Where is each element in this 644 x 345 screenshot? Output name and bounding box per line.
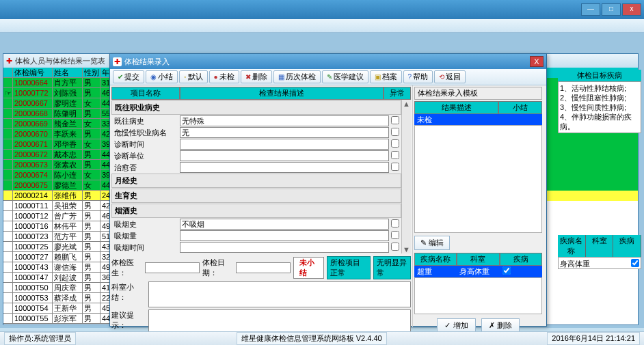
dis-row-chk[interactable]	[500, 266, 542, 277]
minimize-button[interactable]: —	[581, 3, 600, 16]
target-diseases-header: 体检目标疾病	[558, 70, 641, 81]
maximize-button[interactable]: □	[602, 3, 621, 16]
entry-window-titlebar[interactable]: ✚ 体检结果录入 X	[110, 54, 546, 69]
toolbar-医学建议[interactable]: ✎医学建议	[322, 70, 368, 83]
date-input[interactable]	[236, 262, 291, 273]
tmpl-selected-row[interactable]: 未检	[414, 114, 542, 125]
toolbar-档案[interactable]: ▣档案	[370, 70, 402, 83]
add-button[interactable]: ✓ 增加	[437, 318, 475, 333]
summary-textarea[interactable]	[148, 281, 411, 307]
disease-list-area[interactable]	[414, 277, 542, 314]
target-diseases-panel: 体检目标疾病 1、活动性肺结核病;2、慢性阻塞性肺病;3、慢性间质性肺病;4、伴…	[558, 70, 641, 133]
abnormal-check[interactable]	[391, 128, 399, 136]
medical-icon: ✚	[6, 57, 12, 66]
delete-button[interactable]: ✗ 删除	[481, 318, 520, 333]
workspace: ✚ 体检人员与体检结果一览表 体检编号 姓名 性别 年龄 10000664肖方平…	[0, 33, 644, 328]
field-row: 吸烟史	[111, 219, 401, 230]
toolbar-历次体检[interactable]: ▦历次体检	[273, 70, 321, 83]
field-input[interactable]	[180, 230, 389, 241]
template-pane: 体检结果录入模板 结果描述 小结 未检 ✎ 编辑 疾病名称 科室 疾病 超重 身…	[412, 85, 544, 327]
edit-button[interactable]: ✎ 编辑	[414, 236, 450, 250]
field-row: 吸烟量	[111, 230, 401, 241]
entry-toolbar: ✔提交◉小结◦默认●未检✖删除▦历次体检✎医学建议▣档案?帮助⟲返回	[110, 69, 546, 85]
subhead-col1: 项目名称	[111, 87, 180, 100]
suggest-label: 建议提示：	[111, 309, 148, 331]
right-disease-grid: 疾病名称 科室 疾病 身高体重	[558, 235, 641, 269]
field-label: 危慢性职业病名	[111, 128, 180, 138]
field-row: 诊断时间	[111, 139, 401, 150]
field-label: 诊断时间	[111, 139, 180, 150]
field-row: 诊断单位	[111, 150, 401, 161]
close-button[interactable]: x	[622, 3, 641, 16]
field-input[interactable]	[180, 150, 389, 161]
subhead-col3: 异常	[384, 87, 411, 100]
section-smoke-drink[interactable]: 烟酒史	[111, 204, 401, 218]
rs-col-a: 疾病名称	[558, 235, 586, 257]
field-row: 吸烟时间	[111, 242, 401, 253]
medical-icon: ✚	[113, 57, 122, 66]
field-input[interactable]	[180, 115, 389, 126]
col-id: 体检编号	[13, 68, 53, 78]
col-name: 姓名	[53, 68, 83, 78]
toolbar-默认[interactable]: ◦默认	[179, 70, 208, 83]
field-label: 吸烟史	[111, 219, 180, 230]
btn-no-abnormal[interactable]: 无明显异常	[373, 256, 411, 279]
dis-col-name: 疾病名称	[414, 253, 457, 266]
dis-row-name: 超重	[414, 266, 457, 277]
toolbar-未检[interactable]: ●未检	[209, 70, 239, 83]
toolbar-删除[interactable]: ✖删除	[241, 70, 272, 83]
field-row: 既往病史	[111, 115, 401, 126]
dis-col-dept: 科室	[457, 253, 499, 266]
doctor-input[interactable]	[145, 262, 200, 273]
btn-all-normal[interactable]: 所检项目正常	[327, 256, 371, 279]
field-input[interactable]	[180, 162, 389, 173]
section-birth[interactable]: 生育史	[111, 189, 401, 203]
field-row: 治愈否	[111, 162, 401, 173]
target-diseases-body: 1、活动性肺结核病;2、慢性阻塞性肺病;3、慢性间质性肺病;4、伴肺功能损害的疾…	[558, 81, 641, 133]
list-window-title-text: 体检人员与体检结果一览表	[15, 56, 105, 66]
status-datetime: 2016年6月14日 21:14:21	[547, 332, 640, 345]
field-input[interactable]	[180, 139, 389, 150]
entry-window-title: 体检结果录入	[124, 57, 170, 67]
abnormal-check[interactable]	[391, 163, 399, 171]
dis-col-flag: 疾病	[500, 253, 542, 266]
subheader: 项目名称 检查结果描述 异常	[111, 87, 411, 100]
abnormal-check[interactable]	[391, 139, 399, 148]
toolbar-帮助[interactable]: ?帮助	[403, 70, 433, 83]
col-sex: 性别	[83, 68, 100, 78]
section-prev-occ-history[interactable]: 既往职业病史	[111, 100, 401, 115]
tmpl-list-area[interactable]	[414, 125, 542, 233]
tmpl-col-summary: 小结	[498, 101, 542, 114]
abnormal-check[interactable]	[391, 231, 399, 239]
rs-row-check[interactable]	[631, 259, 639, 267]
field-row: 危慢性职业病名	[111, 127, 401, 138]
toolbar-小结[interactable]: ◉小结	[146, 70, 178, 83]
field-label: 吸烟时间	[111, 243, 180, 253]
abnormal-check[interactable]	[391, 243, 399, 251]
dis-row-dept: 身高体重	[457, 266, 499, 277]
field-input[interactable]	[180, 242, 389, 253]
field-label: 既往病史	[111, 116, 180, 126]
tmpl-col-result: 结果描述	[414, 101, 498, 114]
status-version: 维星健康体检信息管理系统网络板 V2.4.40	[237, 332, 387, 345]
field-input[interactable]	[180, 127, 389, 138]
toolbar-提交[interactable]: ✔提交	[113, 70, 144, 83]
menubar[interactable]	[0, 19, 644, 33]
scrollbar[interactable]: ▲▼	[401, 100, 411, 253]
entry-window: ✚ 体检结果录入 X ✔提交◉小结◦默认●未检✖删除▦历次体检✎医学建议▣档案?…	[109, 53, 547, 327]
field-input[interactable]	[180, 219, 389, 230]
entry-close-button[interactable]: X	[530, 56, 544, 67]
status-badge: 未小结	[293, 257, 324, 279]
entry-left-pane: 项目名称 检查结果描述 异常 既往职业病史 既往病史危慢性职业病名诊断时间诊断单…	[110, 85, 412, 327]
toolbar-返回[interactable]: ⟲返回	[434, 70, 466, 83]
bottom-block: 体检医生： 体检日期： 未小结 所检项目正常 无明显异常 科室小结： 建议提示：	[111, 256, 411, 335]
disease-row[interactable]: 超重 身高体重	[414, 266, 542, 277]
doctor-label: 体检医生：	[111, 258, 142, 278]
abnormal-check[interactable]	[391, 151, 399, 159]
abnormal-check[interactable]	[391, 219, 399, 227]
abnormal-check[interactable]	[391, 116, 399, 124]
rs-row-b: 身高体重	[560, 259, 590, 267]
rs-col-b: 科室	[586, 235, 614, 257]
statusbar: 操作员:系统管理员 维星健康体检信息管理系统网络板 V2.4.40 2016年6…	[0, 331, 644, 345]
section-menses[interactable]: 月经史	[111, 174, 401, 188]
